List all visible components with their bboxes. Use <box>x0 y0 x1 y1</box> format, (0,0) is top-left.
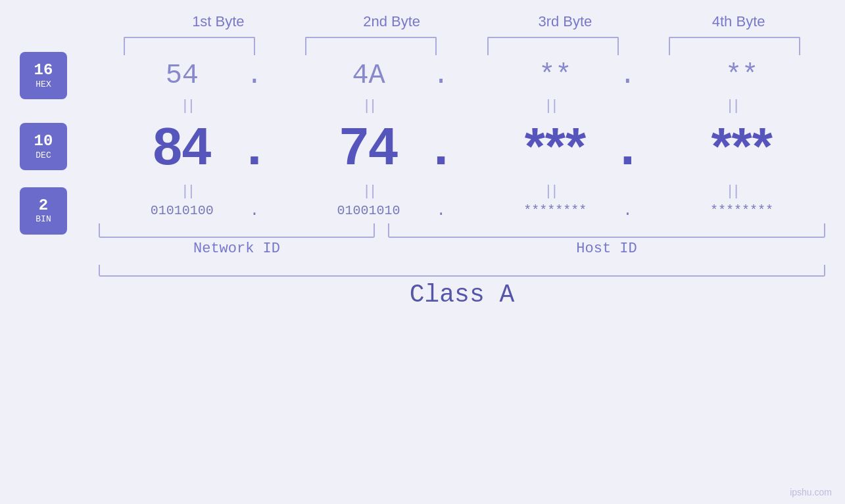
dec-dot-2: . <box>431 116 451 177</box>
bin-badge-num: 2 <box>39 197 48 214</box>
bin-cell-1-wrap: 01010100 . <box>120 202 264 219</box>
bin-badge-label: BIN <box>36 214 51 224</box>
dec-cell-1-wrap: 84 . <box>120 116 264 177</box>
dec-row: 84 . 74 . *** . *** <box>99 116 825 177</box>
dec-cell-4-wrap: *** <box>679 116 804 177</box>
class-bracket <box>99 265 825 277</box>
byte-labels-row: 1st Byte 2nd Byte 3rd Byte 4th Byte <box>132 13 825 30</box>
hex-cell-1-wrap: 54 . <box>120 60 264 91</box>
dec-value-3: *** <box>493 116 617 177</box>
host-id-label: Host ID <box>388 241 825 257</box>
dec-badge-label: DEC <box>36 150 51 160</box>
hex-cell-4-wrap: ** <box>679 60 804 91</box>
hex-cell-3-wrap: ** . <box>493 60 637 91</box>
hex-value-2: 4A <box>306 60 431 91</box>
bin-value-2: 01001010 <box>306 203 431 218</box>
dec-cell-3-wrap: *** . <box>493 116 637 177</box>
hex-dot-2: . <box>431 60 451 91</box>
main-container: 1st Byte 2nd Byte 3rd Byte 4th Byte 16 H… <box>0 0 845 504</box>
eq-4: || <box>669 97 800 114</box>
network-id-section: Network ID <box>99 223 375 257</box>
hex-value-4: ** <box>679 60 804 91</box>
hex-value-3: ** <box>493 60 617 91</box>
hex-value-1: 54 <box>120 60 245 91</box>
bin-value-4: ******** <box>679 203 804 218</box>
eq2-3: || <box>487 182 619 199</box>
dec-value-1: 84 <box>120 116 245 177</box>
eq-3: || <box>487 97 619 114</box>
byte-label-2: 2nd Byte <box>326 13 458 30</box>
eq2-2: || <box>305 182 437 199</box>
bin-cell-3-wrap: ******** . <box>493 202 637 219</box>
hex-dot-1: . <box>245 60 264 91</box>
eq2-4: || <box>669 182 800 199</box>
dec-value-4: *** <box>679 116 804 177</box>
hex-row: 54 . 4A . ** . ** <box>99 60 825 91</box>
dec-cell-2-wrap: 74 . <box>306 116 451 177</box>
eq-1: || <box>124 97 255 114</box>
bottom-bracket-container: Network ID Host ID <box>99 223 825 257</box>
equals-row-2: || || || || <box>99 182 825 199</box>
class-section: Class A <box>99 265 825 309</box>
network-id-label: Network ID <box>99 241 375 257</box>
top-bracket-row <box>99 37 825 57</box>
bin-row: 01010100 . 01001010 . ******** . *******… <box>99 202 825 219</box>
bin-cell-2-wrap: 01001010 . <box>306 202 451 219</box>
bin-dot-1: . <box>245 202 264 219</box>
bin-dot-2: . <box>431 202 451 219</box>
eq-2: || <box>305 97 437 114</box>
host-bracket <box>388 223 825 238</box>
bin-dot-3: . <box>617 202 637 219</box>
host-id-section: Host ID <box>388 223 825 257</box>
top-bracket-3 <box>487 37 619 55</box>
dec-badge-num: 10 <box>34 133 53 150</box>
bin-cell-4-wrap: ******** <box>679 203 804 218</box>
top-bracket-1 <box>124 37 255 55</box>
bin-value-1: 01010100 <box>120 203 245 218</box>
byte-label-4: 4th Byte <box>673 13 804 30</box>
top-bracket-2 <box>305 37 437 55</box>
bin-badge: 2 BIN <box>20 187 67 235</box>
watermark: ipshu.com <box>790 487 832 497</box>
dec-dot-3: . <box>617 116 637 177</box>
hex-badge-label: HEX <box>36 80 51 89</box>
top-bracket-4 <box>669 37 800 55</box>
hex-cell-2-wrap: 4A . <box>306 60 451 91</box>
byte-label-3: 3rd Byte <box>499 13 631 30</box>
dec-dot-1: . <box>245 116 264 177</box>
hex-badge: 16 HEX <box>20 52 67 99</box>
dec-value-2: 74 <box>306 116 431 177</box>
equals-row-1: || || || || <box>99 97 825 114</box>
byte-label-1: 1st Byte <box>153 13 284 30</box>
bin-value-3: ******** <box>493 203 617 218</box>
dec-badge: 10 DEC <box>20 123 67 170</box>
eq2-1: || <box>124 182 255 199</box>
hex-dot-3: . <box>617 60 637 91</box>
network-bracket <box>99 223 375 238</box>
class-label: Class A <box>99 281 825 309</box>
hex-badge-num: 16 <box>34 62 53 79</box>
